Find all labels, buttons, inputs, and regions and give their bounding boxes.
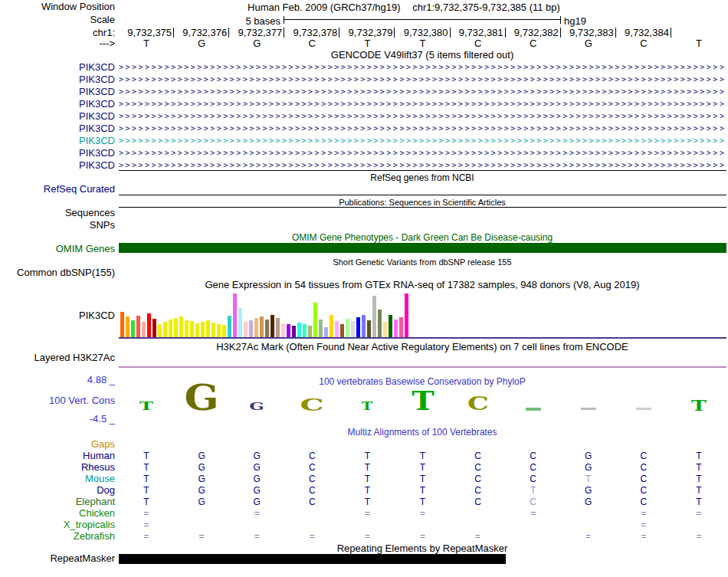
h3k27ac-signal[interactable] — [119, 366, 726, 368]
gtex-expression-bar[interactable] — [324, 327, 328, 337]
gtex-expression-bar[interactable] — [405, 293, 408, 337]
multiz-track-title[interactable]: Multiz Alignments of 100 Vertebrates — [348, 428, 497, 438]
gtex-expression-bar[interactable] — [147, 313, 151, 337]
gtex-expression-bar[interactable] — [201, 322, 205, 337]
gtex-expression-bar[interactable] — [217, 324, 221, 337]
gtex-expression-bar[interactable] — [378, 310, 382, 337]
species-label[interactable]: Chicken — [79, 508, 115, 519]
gene-label[interactable]: PIK3CD — [79, 111, 115, 122]
gtex-expression-bar[interactable] — [308, 326, 312, 337]
ruler-position[interactable]: 9,732,383 — [561, 28, 616, 38]
gtex-expression-bar[interactable] — [351, 321, 355, 337]
h3k27ac-track-title[interactable]: H3K27Ac Mark (Often Found Near Active Re… — [216, 342, 628, 352]
omim-track-title[interactable]: OMIM Gene Phenotypes - Dark Green Can Be… — [292, 233, 553, 243]
gtex-expression-bar[interactable] — [120, 312, 124, 337]
track-label-omim[interactable]: OMIM Genes — [56, 244, 115, 254]
ruler-position[interactable]: 9,732,378 — [284, 28, 339, 38]
dbsnp-track-title[interactable]: Short Genetic Variants from dbSNP releas… — [333, 257, 511, 267]
gtex-expression-bar[interactable] — [206, 320, 210, 337]
gtex-expression-bar[interactable] — [319, 320, 323, 337]
gtex-expression-bar[interactable] — [136, 316, 140, 337]
gtex-expression-bar[interactable] — [169, 320, 172, 337]
gtex-expression-bar[interactable] — [163, 322, 167, 337]
gene-transcript[interactable]: >>>>>>>>>>>>>>>>>>>>>>>>>>>>>>>>>>>>>>>>… — [119, 99, 726, 110]
gtex-expression-bar[interactable] — [362, 315, 366, 337]
gene-transcript[interactable]: >>>>>>>>>>>>>>>>>>>>>>>>>>>>>>>>>>>>>>>>… — [119, 123, 726, 134]
gtex-expression-bar[interactable] — [238, 308, 242, 337]
ruler-position[interactable]: 9,732,382 — [506, 28, 561, 38]
gene-label[interactable]: PIK3CD — [79, 123, 115, 134]
species-label[interactable]: Elephant — [76, 497, 115, 507]
gtex-expression-bar[interactable] — [244, 322, 248, 337]
track-label-gtex[interactable]: PIK3CD — [79, 310, 115, 321]
gtex-expression-bar[interactable] — [195, 323, 199, 337]
gtex-expression-bar[interactable] — [372, 296, 376, 337]
track-label-repeatmasker[interactable]: RepeatMasker — [50, 553, 115, 564]
species-label[interactable]: Zebrafish — [74, 531, 115, 542]
gene-label[interactable]: PIK3CD — [79, 87, 115, 97]
gtex-expression-bar[interactable] — [260, 316, 264, 337]
gtex-expression-bar[interactable] — [297, 323, 301, 337]
gtex-expression-bar[interactable] — [228, 316, 231, 337]
species-label[interactable]: Rhesus — [81, 462, 115, 473]
gtex-expression-bar[interactable] — [179, 316, 183, 337]
ruler-position[interactable]: 9,732,376 — [174, 28, 229, 38]
gtex-expression-bar[interactable] — [185, 320, 189, 337]
gtex-expression-bar[interactable] — [158, 324, 162, 337]
gtex-expression-bar[interactable] — [271, 315, 274, 337]
gtex-expression-bar[interactable] — [383, 322, 387, 337]
track-label-h3k27ac[interactable]: Layered H3K27Ac — [34, 352, 115, 363]
gtex-expression-bar[interactable] — [152, 319, 156, 337]
gene-label[interactable]: PIK3CD — [79, 160, 115, 171]
gtex-expression-bar[interactable] — [276, 318, 280, 337]
species-label[interactable]: X_tropicalis — [64, 520, 115, 530]
gtex-expression-bar[interactable] — [233, 293, 237, 337]
gtex-expression-bar[interactable] — [346, 319, 349, 337]
species-label[interactable]: Mouse — [85, 474, 115, 484]
ruler-position[interactable]: 9,732,375 — [119, 28, 174, 38]
refseq-dense-track[interactable] — [119, 195, 726, 195]
gtex-expression-bar[interactable] — [303, 324, 307, 337]
gtex-expression-bar[interactable] — [399, 317, 403, 337]
gene-transcript[interactable]: >>>>>>>>>>>>>>>>>>>>>>>>>>>>>>>>>>>>>>>>… — [119, 62, 726, 73]
gtex-expression-bar[interactable] — [131, 320, 135, 337]
gtex-expression-bar[interactable] — [340, 324, 344, 337]
species-label[interactable]: Human — [83, 451, 115, 461]
repeatmasker-element-bar[interactable] — [119, 554, 506, 564]
track-label-sequences[interactable]: Sequences — [65, 208, 115, 218]
track-label-dbsnp[interactable]: Common dbSNP(155) — [17, 267, 115, 278]
gene-label[interactable]: PIK3CD — [79, 136, 115, 146]
ruler-position[interactable]: 9,732,384 — [616, 28, 671, 38]
gtex-expression-bar[interactable] — [222, 325, 226, 337]
gene-label[interactable]: PIK3CD — [79, 99, 115, 110]
gtex-expression-bar[interactable] — [126, 316, 130, 337]
track-label-conservation[interactable]: 100 Vert. Cons — [49, 395, 115, 406]
gtex-expression-bar[interactable] — [330, 315, 333, 337]
refseq-track-title[interactable]: RefSeq genes from NCBI — [370, 173, 474, 183]
track-label-refseq[interactable]: RefSeq Curated — [44, 184, 115, 195]
gtex-expression-bar[interactable] — [281, 323, 285, 337]
gtex-expression-bar[interactable] — [313, 303, 317, 337]
gtex-expression-bar[interactable] — [356, 317, 360, 337]
gtex-expression-bar[interactable] — [174, 318, 178, 337]
gtex-track-title[interactable]: Gene Expression in 54 tissues from GTEx … — [205, 280, 639, 290]
gtex-expression-bar[interactable] — [212, 323, 215, 337]
gtex-expression-bar[interactable] — [249, 320, 253, 337]
gtex-expression-bar[interactable] — [367, 320, 371, 337]
repeatmasker-track-title[interactable]: Repeating Elements by RepeatMasker — [337, 543, 508, 553]
ruler-position[interactable]: 9,732,377 — [229, 28, 284, 38]
gtex-expression-bar[interactable] — [190, 321, 194, 337]
gtex-expression-bar[interactable] — [287, 324, 290, 337]
gtex-expression-bar[interactable] — [254, 318, 258, 337]
gencode-track-title[interactable]: GENCODE V49lift37 (5 items filtered out) — [331, 50, 513, 60]
gene-transcript[interactable]: >>>>>>>>>>>>>>>>>>>>>>>>>>>>>>>>>>>>>>>>… — [119, 87, 726, 97]
species-label[interactable]: Dog — [97, 485, 115, 496]
gtex-expression-bar[interactable] — [389, 315, 392, 337]
gtex-expression-bar[interactable] — [394, 320, 398, 337]
gene-transcript[interactable]: >>>>>>>>>>>>>>>>>>>>>>>>>>>>>>>>>>>>>>>>… — [119, 148, 726, 159]
omim-gene-bar[interactable] — [119, 243, 726, 253]
gene-label[interactable]: PIK3CD — [79, 148, 115, 159]
publications-dense-track[interactable] — [119, 207, 726, 208]
gtex-expression-bar[interactable] — [142, 322, 146, 337]
gene-transcript[interactable]: >>>>>>>>>>>>>>>>>>>>>>>>>>>>>>>>>>>>>>>>… — [119, 160, 726, 171]
